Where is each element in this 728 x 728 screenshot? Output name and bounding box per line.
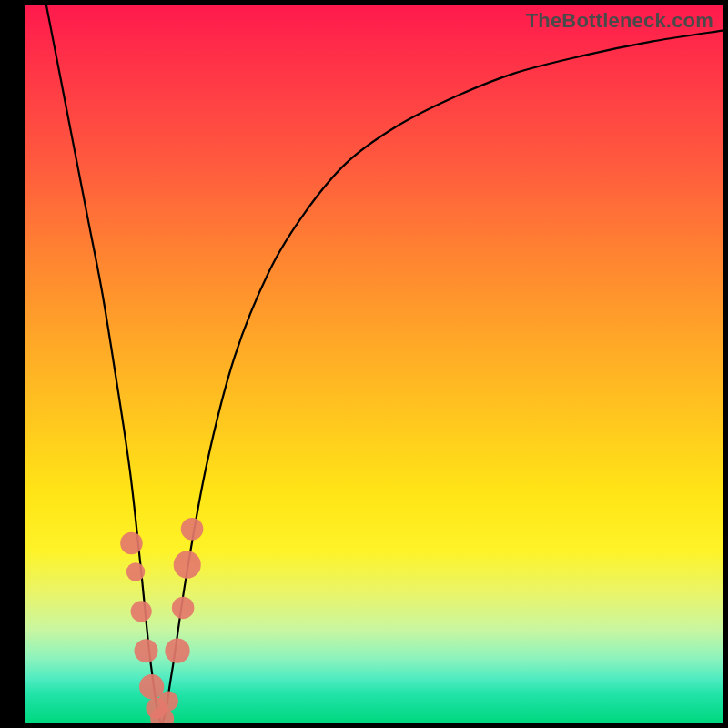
data-marker [120, 532, 143, 555]
plot-area: TheBottleneck.com [25, 5, 723, 723]
bottleneck-curve-svg [25, 5, 723, 723]
data-marker [126, 562, 145, 581]
data-marker [174, 551, 201, 579]
data-marker [172, 597, 195, 620]
data-marker [181, 518, 204, 541]
chart-frame: TheBottleneck.com [0, 0, 728, 728]
data-marker [158, 691, 178, 711]
data-marker [131, 601, 152, 622]
data-marker [135, 639, 158, 662]
data-marker [165, 639, 189, 663]
